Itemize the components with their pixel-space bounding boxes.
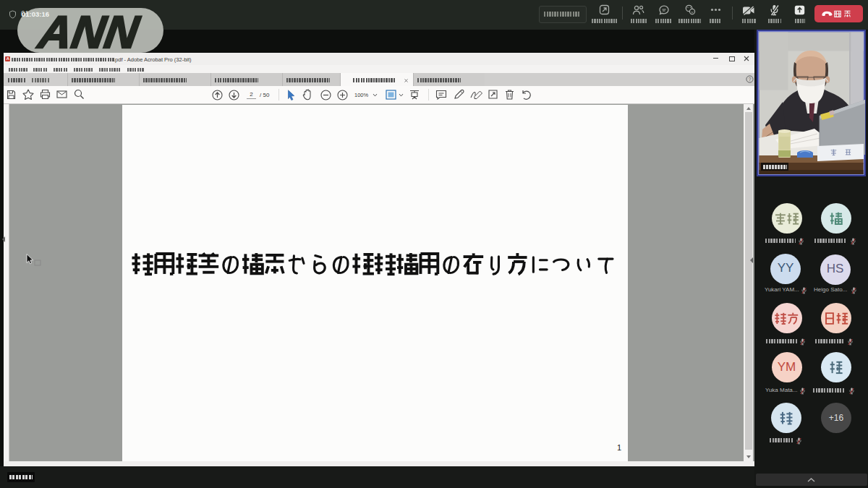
svg-text:?: ?	[749, 77, 752, 82]
